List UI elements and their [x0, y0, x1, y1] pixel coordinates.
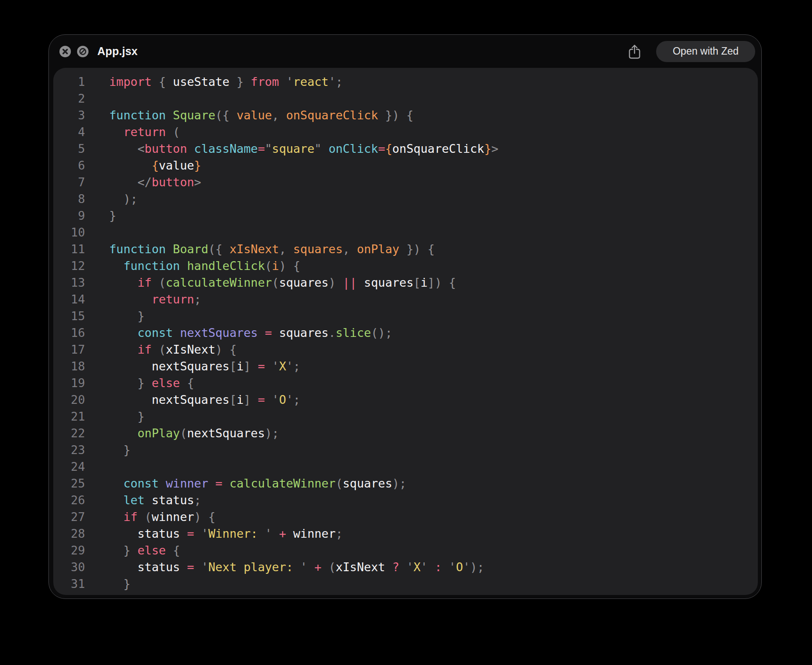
code-line: 27 if (winner) {	[53, 509, 758, 525]
code-line: 12 function handleClick(i) {	[53, 258, 758, 274]
code-text: {value}	[85, 159, 201, 172]
code-line: 23 }	[53, 442, 758, 458]
code-text: return;	[85, 292, 201, 306]
code-line: 26 let status;	[53, 492, 758, 509]
share-button[interactable]	[628, 44, 641, 59]
code-line: 1import { useState } from 'react';	[53, 74, 758, 90]
code-line: 11function Board({ xIsNext, squares, onP…	[53, 241, 758, 258]
line-number: 14	[53, 291, 85, 308]
code-line: 22 onPlay(nextSquares);	[53, 425, 758, 442]
code-line: 25 const winner = calculateWinner(square…	[53, 475, 758, 492]
code-lines: 1import { useState } from 'react';23func…	[53, 74, 758, 592]
code-line: 18 nextSquares[i] = 'X';	[53, 358, 758, 375]
code-line: 9}	[53, 207, 758, 224]
line-number: 30	[53, 559, 85, 576]
code-text: nextSquares[i] = 'X';	[85, 359, 300, 373]
code-line: 20 nextSquares[i] = 'O';	[53, 392, 758, 408]
code-line: 8 );	[53, 191, 758, 207]
code-text: </button>	[85, 175, 201, 189]
code-line: 13 if (calculateWinner(squares) || squar…	[53, 274, 758, 291]
code-line: 31 }	[53, 576, 758, 592]
code-line: 4 return (	[53, 124, 758, 140]
line-number: 28	[53, 525, 85, 542]
code-text: function handleClick(i) {	[85, 259, 300, 273]
line-number: 13	[53, 274, 85, 291]
code-text	[85, 460, 109, 473]
code-editor[interactable]: 1import { useState } from 'react';23func…	[53, 68, 758, 595]
code-line: 21 }	[53, 408, 758, 425]
code-line: 10	[53, 224, 758, 241]
line-number: 2	[53, 90, 85, 107]
code-line: 7 </button>	[53, 174, 758, 191]
code-line: 14 return;	[53, 291, 758, 308]
code-text: function Board({ xIsNext, squares, onPla…	[85, 242, 435, 256]
code-text: let status;	[85, 493, 201, 507]
code-text: import { useState } from 'react';	[85, 75, 343, 89]
line-number: 11	[53, 241, 85, 258]
line-number: 17	[53, 341, 85, 358]
line-number: 27	[53, 509, 85, 525]
line-number: 18	[53, 358, 85, 375]
code-text: }	[85, 209, 116, 222]
code-text: );	[85, 192, 137, 206]
code-line: 6 {value}	[53, 157, 758, 174]
code-line: 19 } else {	[53, 375, 758, 392]
code-text: status = 'Winner: ' + winner;	[85, 527, 343, 540]
line-number: 12	[53, 258, 85, 274]
code-text: }	[85, 577, 130, 591]
code-line: 3function Square({ value, onSquareClick …	[53, 107, 758, 124]
line-number: 24	[53, 458, 85, 475]
code-text: if (calculateWinner(squares) || squares[…	[85, 276, 456, 289]
blocked-button[interactable]	[77, 46, 89, 57]
code-line: 29 } else {	[53, 542, 758, 559]
code-line: 15 }	[53, 308, 758, 325]
code-text	[85, 225, 109, 239]
line-number: 26	[53, 492, 85, 509]
share-icon	[628, 44, 641, 59]
code-text	[85, 92, 109, 105]
preview-window: App.jsx Open with Zed 1import { useState…	[48, 34, 762, 599]
line-number: 29	[53, 542, 85, 559]
code-text: } else {	[85, 543, 180, 557]
code-text: }	[85, 443, 130, 457]
line-number: 25	[53, 475, 85, 492]
code-text: nextSquares[i] = 'O';	[85, 393, 300, 406]
line-number: 3	[53, 107, 85, 124]
line-number: 9	[53, 207, 85, 224]
line-number: 23	[53, 442, 85, 458]
code-text: if (xIsNext) {	[85, 343, 236, 356]
code-line: 30 status = 'Next player: ' + (xIsNext ?…	[53, 559, 758, 576]
open-with-zed-button[interactable]: Open with Zed	[656, 41, 755, 62]
code-line: 5 <button className="square" onClick={on…	[53, 140, 758, 157]
code-line: 28 status = 'Winner: ' + winner;	[53, 525, 758, 542]
line-number: 6	[53, 157, 85, 174]
code-text: status = 'Next player: ' + (xIsNext ? 'X…	[85, 560, 484, 574]
code-text: } else {	[85, 376, 194, 390]
code-line: 16 const nextSquares = squares.slice();	[53, 325, 758, 341]
code-text: onPlay(nextSquares);	[85, 426, 279, 440]
line-number: 16	[53, 325, 85, 341]
line-number: 10	[53, 224, 85, 241]
code-text: function Square({ value, onSquareClick }…	[85, 108, 413, 122]
line-number: 4	[53, 124, 85, 140]
code-text: const nextSquares = squares.slice();	[85, 326, 392, 340]
code-line: 17 if (xIsNext) {	[53, 341, 758, 358]
window-title: App.jsx	[97, 45, 138, 58]
line-number: 15	[53, 308, 85, 325]
blocked-icon	[77, 46, 89, 57]
line-number: 21	[53, 408, 85, 425]
code-text: const winner = calculateWinner(squares);	[85, 477, 406, 490]
code-text: return (	[85, 125, 180, 139]
line-number: 19	[53, 375, 85, 392]
line-number: 5	[53, 140, 85, 157]
code-line: 2	[53, 90, 758, 107]
close-button[interactable]	[59, 46, 71, 57]
line-number: 20	[53, 392, 85, 408]
code-text: <button className="square" onClick={onSq…	[85, 142, 498, 155]
code-text: }	[85, 410, 144, 423]
line-number: 1	[53, 74, 85, 90]
line-number: 8	[53, 191, 85, 207]
titlebar: App.jsx Open with Zed	[49, 35, 761, 68]
line-number: 31	[53, 576, 85, 592]
code-text: if (winner) {	[85, 510, 215, 524]
